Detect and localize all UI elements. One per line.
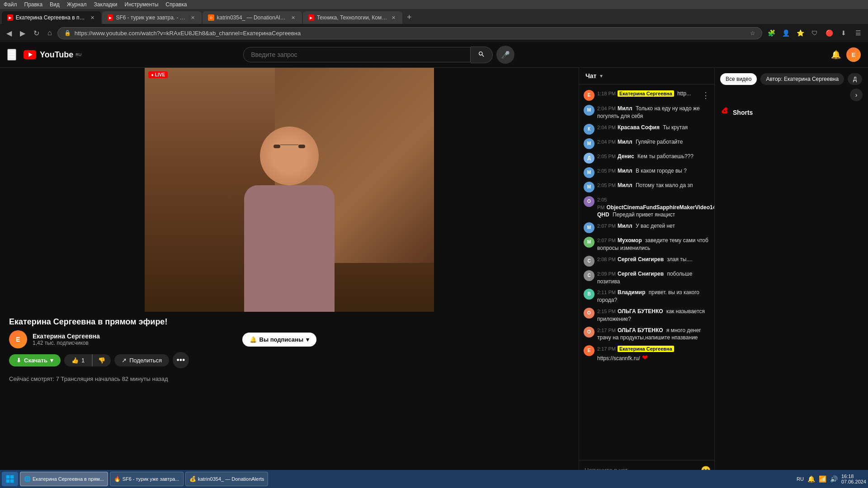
download-icon: ⬇ <box>16 357 21 364</box>
browser-tab-4[interactable]: ▶ Техника, Технологии, Компле... ✕ <box>303 11 402 24</box>
search-button[interactable] <box>471 47 493 63</box>
back-button[interactable]: ◀ <box>4 27 14 39</box>
chat-avatar-0: Е <box>584 90 594 101</box>
refresh-button[interactable]: ↻ <box>31 27 42 39</box>
menu-history[interactable]: Журнал <box>67 1 87 8</box>
chat-text-6: Потому так мало да зп <box>634 182 693 188</box>
addon-icon-4[interactable]: ⬇ <box>837 27 850 39</box>
taskbar-icon-1: 🌐 <box>24 476 31 482</box>
share-icon: ↗ <box>122 357 127 364</box>
chat-msg-content-9: 2:07 PMМухомор заведите тему сами чтоб в… <box>597 237 710 252</box>
user-avatar[interactable]: Е <box>846 47 861 62</box>
taskbar-right: RU 🔔 📶 🔊 16:18 07.06.2024 <box>797 474 866 484</box>
subscriber-count: 1,42 тыс. подписчиков <box>33 340 237 346</box>
svg-rect-2 <box>6 475 10 479</box>
menu-edit[interactable]: Правка <box>24 1 43 8</box>
mic-button[interactable]: 🎤 <box>496 46 514 64</box>
menu-bookmarks[interactable]: Закладки <box>94 1 118 8</box>
address-bar[interactable]: 🔒 https://www.youtube.com/watch?v=kRAxEU… <box>57 27 762 39</box>
forward-button[interactable]: ▶ <box>17 27 28 39</box>
notifications-icon[interactable]: 🔔 <box>831 50 841 60</box>
chat-time-8: 2:07 PM <box>597 223 616 229</box>
taskbar-icon-3: 💰 <box>189 476 196 482</box>
tab-favicon-2: ▶ <box>108 14 113 21</box>
chat-time-14: 2:17 PM <box>597 328 616 333</box>
chat-avatar-8: М <box>584 222 594 233</box>
addon-icon-2[interactable]: 🛡 <box>808 27 821 39</box>
tab-favicon-1: ▶ <box>7 14 13 21</box>
chat-message-5: М2:05 PMМилл В каком городе вы ? <box>583 165 711 180</box>
menu-tools[interactable]: Инструменты <box>125 1 159 8</box>
chat-msg-content-1: 2:04 PMМилл Только на еду ну надо же пог… <box>597 105 710 120</box>
profile-icon[interactable]: 👤 <box>779 27 792 39</box>
video-frame: ● LIVE <box>145 68 434 312</box>
chat-username-6: Милл <box>618 182 632 188</box>
bookmark-icon: ☆ <box>750 30 755 37</box>
addon-icon-1[interactable]: ⭐ <box>794 27 807 39</box>
chat-messages[interactable]: Е1:18 PMЕкатерина Сергеевна http...⋮М2:0… <box>579 84 714 460</box>
taskbar-label-3: katrin0354_ — DonationAlerts <box>198 476 264 482</box>
chat-message-14: О2:17 PMОЛЬГА БУТЕНКО я много денег трач… <box>583 325 711 344</box>
taskbar-notifications[interactable]: 🔔 <box>807 475 815 483</box>
menu-button[interactable]: ☰ <box>852 27 864 39</box>
channel-avatar[interactable]: Е <box>9 330 27 348</box>
search-input[interactable] <box>243 47 471 62</box>
addon-icon-3[interactable]: 🔴 <box>823 27 835 39</box>
more-options-button[interactable]: ••• <box>173 352 189 368</box>
youtube-logo[interactable]: YouTube RU <box>24 50 81 60</box>
video-player[interactable]: ● LIVE <box>145 68 434 312</box>
menu-view[interactable]: Вид <box>50 1 60 8</box>
chat-time-4: 2:05 PM <box>597 154 616 159</box>
menu-help[interactable]: Справка <box>165 1 187 8</box>
chat-avatar-3: М <box>584 138 594 149</box>
hamburger-menu[interactable]: ☰ <box>7 49 16 61</box>
action-row: ⬇ Скачать ▾ 👍 1 👎 ↗ <box>9 352 316 368</box>
browser-tab-2[interactable]: ▶ SF6 - турик уже завтра. - YouT... ✕ <box>102 11 202 24</box>
chat-time-10: 2:08 PM <box>597 257 616 262</box>
chat-msg-content-8: 2:07 PMМилл У вас детей нет <box>597 222 710 230</box>
chat-time-12: 2:11 PM <box>597 290 616 295</box>
taskbar-app-2[interactable]: 🔥 SF6 - турик уже завтра... <box>110 472 184 486</box>
chat-message-6: М2:05 PMМилл Потому так мало да зп <box>583 180 711 194</box>
chat-msg-content-14: 2:17 PMОЛЬГА БУТЕНКО я много денег трачу… <box>597 327 710 342</box>
bell-icon: 🔔 <box>250 336 257 343</box>
tab-close-1[interactable]: ✕ <box>89 14 96 21</box>
rec-tabs-next[interactable]: › <box>850 89 863 101</box>
taskbar-sound[interactable]: 🔊 <box>830 475 838 483</box>
browser-tab-3[interactable]: D katrin0354_ — DonationAlerts ✕ <box>203 11 302 24</box>
chat-section: Чат ▾ Е1:18 PMЕкатерина Сергеевна http..… <box>579 68 714 480</box>
taskbar-time: 16:18 <box>841 474 866 479</box>
chat-avatar-4: Д <box>584 153 594 164</box>
like-button[interactable]: 👍 1 <box>64 354 92 366</box>
new-tab-button[interactable]: + <box>403 11 415 24</box>
chat-collapse-icon[interactable]: ▾ <box>600 73 603 79</box>
tab-close-4[interactable]: ✕ <box>391 14 397 21</box>
browser-tab-1[interactable]: ▶ Екатерина Сергеевна в прям... ✕ <box>2 11 101 24</box>
rec-tab-all[interactable]: Все видео <box>720 73 757 85</box>
browser-chrome: Файл Правка Вид Журнал Закладки Инструме… <box>0 0 868 42</box>
chat-message-4: Д2:05 PMДенис Кем ты работаешь??? <box>583 151 711 165</box>
rec-tab-author[interactable]: Автор: Екатерина Сергеевна <box>760 73 844 85</box>
chat-text-8: У вас детей нет <box>634 223 675 229</box>
dislike-button[interactable]: 👎 <box>92 354 111 366</box>
tab-close-3[interactable]: ✕ <box>290 14 297 21</box>
chat-options-0[interactable]: ⋮ <box>702 90 710 101</box>
home-button[interactable]: ⌂ <box>45 27 55 39</box>
channel-row: Е Екатерина Сергеевна 1,42 тыс. подписчи… <box>9 330 316 348</box>
shorts-icon <box>720 107 729 118</box>
taskbar-app-3[interactable]: 💰 katrin0354_ — DonationAlerts <box>185 472 269 486</box>
taskbar-app-1[interactable]: 🌐 Екатерина Сергеевна в прям... <box>20 472 108 486</box>
share-button[interactable]: ↗ Поделиться <box>114 354 169 366</box>
taskbar-label-1: Екатерина Сергеевна в прям... <box>33 476 104 482</box>
chat-time-11: 2:09 PM <box>597 271 616 277</box>
menu-file[interactable]: Файл <box>4 1 17 8</box>
tab-close-2[interactable]: ✕ <box>190 14 196 21</box>
chat-time-7: 2:05 PM <box>597 197 607 210</box>
chat-message-10: С2:08 PMСергей Снигирев злая ты.... <box>583 254 711 268</box>
start-button[interactable] <box>2 472 18 486</box>
rec-tab-d[interactable]: Д <box>848 73 862 85</box>
download-button[interactable]: ⬇ Скачать ▾ <box>9 354 61 366</box>
subscribe-button[interactable]: 🔔 Вы подписаны ▾ <box>242 333 316 347</box>
extensions-icon[interactable]: 🧩 <box>765 27 778 39</box>
chat-time-0: 1:18 PM <box>597 91 616 96</box>
